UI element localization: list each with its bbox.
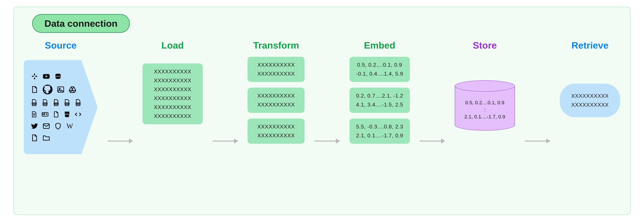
arrow-4 — [420, 141, 445, 142]
code-icon — [74, 110, 82, 118]
transform-line: XXXXXXXXXX — [258, 124, 295, 130]
source-icon-row-3: PDF DOC TXT PPT CSV — [30, 99, 82, 107]
load-line: XXXXXXXXXX — [154, 95, 191, 101]
source-icon-row-2 — [30, 84, 82, 95]
store-line: 2.1, 0.1....-1.7, 0.9 — [464, 114, 505, 120]
embed-line: 4.1, 3.4....-1.5, 2.5 — [356, 102, 403, 108]
svg-rect-2 — [34, 73, 35, 75]
github-icon — [42, 84, 53, 95]
transform-line: XXXXXXXXXX — [258, 62, 295, 68]
transform-stack: XXXXXXXXXX XXXXXXXXXX XXXXXXXXXX XXXXXXX… — [248, 57, 304, 144]
store-cylinder: 0.5, 0.2....0.1, 0.9 : 2.1, 0.1....-1.7,… — [455, 80, 515, 131]
wikipedia-icon: W — [66, 122, 74, 130]
source-shape: PDF DOC TXT PPT CSV HTML — [24, 60, 98, 154]
stage-store-title: Store — [473, 41, 497, 50]
diagram-canvas: Data connection Source — [0, 0, 644, 223]
transform-card: XXXXXXXXXX XXXXXXXXXX — [248, 88, 304, 113]
svg-rect-0 — [32, 76, 34, 77]
stage-embed-title: Embed — [364, 41, 395, 50]
embed-line: 2.1, 0.1....-1.7, 0.9 — [356, 132, 403, 139]
file-ppt-icon: PPT — [64, 99, 70, 107]
embed-card: 0.2, 0.7....2.1, -1.2 4.1, 3.4....-1.5, … — [350, 88, 410, 113]
pipeline-row: Source PDF DOC — [24, 41, 620, 204]
html-icon: HTML — [64, 110, 70, 118]
transform-line: XXXXXXXXXX — [258, 132, 295, 139]
arrow-5 — [525, 141, 550, 142]
embed-line: -0.1, 0.4....1.4, 5.9 — [356, 71, 403, 77]
source-icon-row-1 — [30, 72, 82, 80]
embed-line: 5.5, -0.3....0.8, 2.3 — [356, 124, 403, 130]
stage-load-title: Load — [161, 41, 184, 50]
arrow-3 — [314, 141, 340, 142]
source-icon-row-5: W — [30, 122, 82, 130]
stage-source-title: Source — [45, 41, 77, 50]
load-card: XXXXXXXXXX XXXXXXXXXX XXXXXXXXXX XXXXXXX… — [142, 64, 203, 124]
embed-stack: 0.5, 0.2....0.1, 0.9 -0.1, 0.4....1.4, 5… — [350, 57, 410, 144]
google-drive-icon — [68, 86, 76, 94]
twitter-icon — [30, 122, 38, 130]
file-icon — [30, 86, 38, 94]
load-line: XXXXXXXXXX — [154, 104, 191, 110]
image-icon — [57, 86, 65, 94]
stage-transform-title: Transform — [253, 41, 299, 50]
source-icon-row-4: HTML — [30, 110, 82, 118]
arrow-1 — [108, 141, 133, 142]
discord-icon — [54, 72, 62, 80]
svg-point-10 — [59, 88, 60, 90]
transform-line: XXXXXXXXXX — [258, 93, 295, 99]
store-line: 0.5, 0.2....0.1, 0.9 — [465, 100, 504, 105]
load-line: XXXXXXXXXX — [154, 86, 191, 93]
title-badge: Data connection — [32, 14, 130, 33]
stage-retrieve-title: Retrieve — [572, 41, 608, 50]
transform-card: XXXXXXXXXX XXXXXXXXXX — [248, 119, 304, 144]
folder-icon — [42, 134, 50, 142]
arrow-2 — [213, 141, 238, 142]
svg-point-7 — [58, 76, 60, 77]
retrieve-line: XXXXXXXXXX — [571, 102, 608, 108]
store-line: : — [484, 107, 486, 113]
retrieve-card: XXXXXXXXXX XXXXXXXXXX — [560, 84, 620, 117]
embed-line: 0.5, 0.2....0.1, 0.9 — [357, 62, 402, 68]
svg-rect-3 — [34, 77, 35, 79]
svg-point-6 — [56, 76, 58, 77]
stage-source: Source PDF DOC — [24, 41, 98, 204]
load-line: XXXXXXXXXX — [154, 69, 191, 75]
load-line: XXXXXXXXXX — [154, 113, 191, 119]
file-csv-icon: CSV — [74, 99, 82, 107]
mail-icon — [42, 122, 50, 130]
slack-icon — [30, 72, 38, 80]
retrieve-line: XXXXXXXXXX — [571, 93, 608, 99]
file-icon — [52, 110, 60, 118]
stage-embed: Embed 0.5, 0.2....0.1, 0.9 -0.1, 0.4....… — [350, 41, 410, 204]
shield-icon — [54, 122, 62, 130]
file-icon — [30, 134, 38, 142]
source-icon-row-6 — [30, 134, 82, 142]
markdown-icon — [42, 110, 49, 118]
svg-text:HTML: HTML — [65, 113, 69, 115]
transform-line: XXXXXXXXXX — [258, 102, 295, 108]
transform-line: XXXXXXXXXX — [258, 71, 295, 77]
svg-text:DOC: DOC — [43, 103, 47, 105]
svg-rect-1 — [35, 76, 37, 77]
file-pdf-icon: PDF — [30, 99, 38, 107]
embed-card: 0.5, 0.2....0.1, 0.9 -0.1, 0.4....1.4, 5… — [350, 57, 410, 82]
stage-retrieve: Retrieve XXXXXXXXXX XXXXXXXXXX — [560, 41, 620, 204]
svg-text:CSV: CSV — [76, 103, 80, 105]
stage-transform: Transform XXXXXXXXXX XXXXXXXXXX XXXXXXXX… — [248, 41, 304, 204]
youtube-icon — [42, 72, 50, 80]
embed-card: 5.5, -0.3....0.8, 2.3 2.1, 0.1....-1.7, … — [350, 119, 410, 144]
transform-card: XXXXXXXXXX XXXXXXXXXX — [248, 57, 304, 82]
file-txt-icon: TXT — [52, 99, 60, 107]
stage-load: Load XXXXXXXXXX XXXXXXXXXX XXXXXXXXXX XX… — [142, 41, 203, 204]
embed-line: 0.2, 0.7....2.1, -1.2 — [356, 93, 403, 99]
svg-text:TXT: TXT — [54, 103, 58, 105]
file-doc-icon: DOC — [42, 99, 49, 107]
svg-text:PPT: PPT — [66, 103, 68, 105]
page-icon — [30, 110, 38, 118]
diagram-frame: Data connection Source — [14, 7, 630, 215]
svg-text:PDF: PDF — [32, 103, 36, 105]
stage-store: Store 0.5, 0.2....0.1, 0.9 : 2.1, 0.1...… — [455, 41, 515, 204]
load-line: XXXXXXXXXX — [154, 77, 191, 84]
